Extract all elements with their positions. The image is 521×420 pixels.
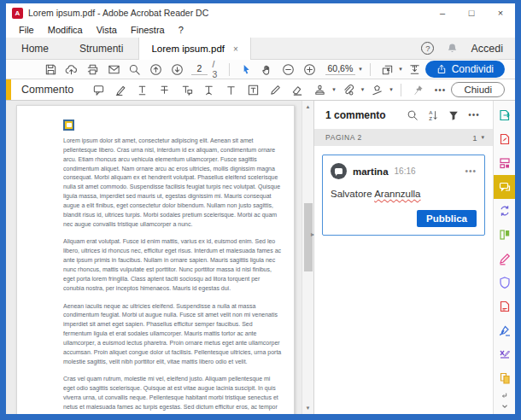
rail-tool-protect[interactable]: [494, 271, 515, 295]
attach-tool[interactable]: [337, 79, 360, 100]
previous-page-button[interactable]: [145, 60, 167, 79]
page-section-header[interactable]: PAGINA 2 1 ▾: [314, 129, 493, 146]
erase-tool[interactable]: [286, 79, 308, 100]
comments-more-button[interactable]: •••: [464, 110, 484, 120]
export-pdf-icon: [498, 108, 512, 122]
zoom-caret-icon[interactable]: ▾: [359, 66, 362, 73]
title-bar[interactable]: A Lorem ipsum.pdf - Adobe Acrobat Reader…: [6, 3, 515, 22]
back-arrow-icon[interactable]: [501, 392, 509, 400]
fit-page-caret-icon[interactable]: ▾: [399, 66, 402, 73]
menu-finestra[interactable]: Finestra: [124, 25, 172, 35]
stamp-caret-icon[interactable]: ▾: [332, 86, 336, 93]
scroll-up-icon[interactable]: ▲: [306, 101, 311, 113]
keep-tool-pin[interactable]: [407, 79, 430, 100]
zoom-in-button[interactable]: [299, 60, 320, 79]
sticky-note-annotation-icon[interactable]: [63, 120, 74, 131]
eraser-icon: [291, 84, 304, 96]
upload-button[interactable]: [61, 60, 83, 79]
sticky-note-tool[interactable]: [87, 79, 109, 100]
print-button[interactable]: [82, 60, 103, 79]
tab-home[interactable]: Home: [6, 38, 64, 59]
pdf-page[interactable]: Lorem ipsum dolor sit amet, consectetur …: [16, 105, 295, 414]
cloud-upload-icon: [65, 63, 78, 76]
save-button[interactable]: [40, 60, 61, 79]
pubblica-button[interactable]: Pubblica: [417, 210, 477, 227]
menu-file[interactable]: File: [12, 25, 41, 35]
panel-collapse-handle[interactable]: ▸: [311, 230, 314, 238]
text-box-icon: [247, 84, 260, 96]
hand-tool-button[interactable]: [257, 60, 278, 79]
rail-tool-create-pdf[interactable]: [494, 127, 515, 151]
next-page-button[interactable]: [167, 60, 188, 79]
rail-tool-export-pdf[interactable]: [494, 103, 515, 127]
commentbar-more-button[interactable]: •••: [430, 79, 452, 100]
rail-tool-organize-pages[interactable]: [494, 223, 515, 247]
minimize-button[interactable]: –: [428, 8, 457, 18]
add-text-icon: [225, 84, 237, 96]
bell-icon[interactable]: [446, 42, 459, 55]
strikethrough-text-tool[interactable]: [154, 79, 176, 100]
section-chevron-icon[interactable]: ▾: [481, 134, 484, 141]
replace-text-tool[interactable]: [176, 79, 198, 100]
search-icon: [128, 63, 141, 76]
zoom-out-button[interactable]: [278, 60, 299, 79]
draw-tool[interactable]: [265, 79, 287, 100]
text-box-tool[interactable]: [243, 79, 265, 100]
add-text-tool[interactable]: [220, 79, 243, 100]
rail-tool-more-tools[interactable]: [494, 366, 515, 390]
menu-vista[interactable]: Vista: [90, 25, 124, 35]
email-button[interactable]: [103, 60, 125, 79]
shapes-tool[interactable]: [366, 79, 388, 100]
page-number-input[interactable]: 2: [191, 63, 208, 75]
fit-page-button[interactable]: [377, 60, 398, 79]
document-viewport[interactable]: Lorem ipsum dolor sit amet, consectetur …: [6, 101, 313, 414]
page-total-label: / 3: [212, 59, 220, 79]
insert-text-tool[interactable]: [198, 79, 220, 100]
rail-tool-edit-pdf[interactable]: [494, 151, 515, 175]
rail-tool-combine-files[interactable]: [494, 199, 515, 223]
filter-comments-button[interactable]: [443, 109, 464, 121]
comment-author: martina: [353, 166, 389, 177]
fit-width-button[interactable]: [404, 60, 425, 79]
vertical-scrollbar[interactable]: ▲ ▼: [301, 101, 313, 414]
underline-text-tool[interactable]: [132, 79, 154, 100]
highlight-tool[interactable]: [109, 79, 132, 100]
save-icon: [44, 63, 57, 76]
signin-link[interactable]: Accedi: [471, 43, 503, 55]
rail-tool-certificates[interactable]: [494, 318, 515, 342]
rail-tool-fill-sign[interactable]: [494, 247, 515, 271]
help-icon[interactable]: ?: [421, 42, 434, 55]
rail-tool-custom-sign[interactable]: [494, 342, 515, 366]
tab-close-icon[interactable]: ×: [233, 44, 238, 54]
scroll-down-icon[interactable]: ▼: [306, 402, 311, 414]
maximize-button[interactable]: □: [457, 8, 486, 18]
tab-document[interactable]: Lorem ipsum.pdf ×: [138, 38, 251, 60]
menu-modifica[interactable]: Modifica: [41, 25, 90, 35]
sort-comments-button[interactable]: AZ: [423, 109, 443, 121]
comment-options-button[interactable]: •••: [465, 166, 477, 176]
attach-caret-icon[interactable]: ▾: [361, 86, 365, 93]
chevron-down-icon[interactable]: [501, 402, 509, 411]
comment-text-normal: Salvatore: [331, 189, 374, 199]
page-up-icon: [149, 63, 162, 76]
condividi-button[interactable]: Condividi: [425, 61, 505, 78]
search-comments-button[interactable]: [402, 109, 423, 121]
organize-pages-icon: [498, 228, 512, 242]
shapes-caret-icon[interactable]: ▾: [389, 86, 393, 93]
comment-text[interactable]: Salvatore Arannzulla: [331, 189, 477, 199]
app-window: A Lorem ipsum.pdf - Adobe Acrobat Reader…: [6, 3, 515, 414]
select-tool-button[interactable]: [236, 60, 257, 79]
rail-tool-comment[interactable]: [494, 175, 515, 199]
stamp-tool[interactable]: [308, 79, 331, 100]
document-paragraph: Aliquam erat volutpat. Fusce id enim mat…: [63, 237, 282, 293]
chiudi-button[interactable]: Chiudi: [451, 82, 505, 97]
zoom-level-value[interactable]: 60,6%: [325, 63, 356, 75]
comment-card[interactable]: martina 16:16 ••• Salvatore Arannzulla P…: [322, 155, 485, 236]
more-tools-pages-icon: [498, 371, 512, 385]
close-button[interactable]: ×: [486, 8, 515, 18]
rail-tool-optimize-pdf[interactable]: [494, 295, 515, 318]
menu-help[interactable]: ?: [172, 25, 190, 35]
search-button[interactable]: [125, 60, 146, 79]
comments-panel: 1 commento AZ ••• PAGINA 2 1 ▾ martina 1…: [313, 101, 493, 414]
tab-strumenti[interactable]: Strumenti: [64, 38, 138, 59]
